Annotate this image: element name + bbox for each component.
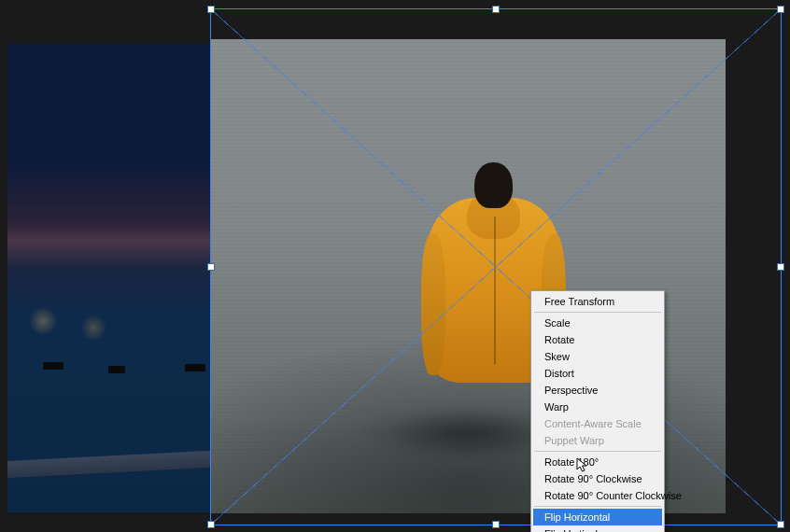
menu-item-flip-vertical[interactable]: Flip Vertical <box>533 525 662 532</box>
menu-item-distort[interactable]: Distort <box>533 365 662 382</box>
menu-item-rotate-90-ccw[interactable]: Rotate 90° Counter Clockwise <box>533 487 662 504</box>
transform-handle-bottom-left[interactable] <box>207 521 215 528</box>
transform-handle-top-middle[interactable] <box>492 6 500 13</box>
menu-separator <box>534 312 661 313</box>
transform-handle-bottom-right[interactable] <box>777 521 784 528</box>
menu-item-content-aware-scale: Content-Aware Scale <box>533 415 662 432</box>
menu-item-puppet-warp: Puppet Warp <box>533 432 662 449</box>
menu-item-scale[interactable]: Scale <box>533 315 662 331</box>
menu-separator <box>534 506 661 507</box>
menu-item-rotate-180[interactable]: Rotate 180° <box>533 454 662 470</box>
transform-handle-top-right[interactable] <box>777 6 784 13</box>
menu-item-flip-horizontal[interactable]: Flip Horizontal <box>533 509 662 525</box>
transform-handle-bottom-middle[interactable] <box>492 521 500 528</box>
arm-left <box>421 234 445 375</box>
menu-item-rotate[interactable]: Rotate <box>533 331 662 348</box>
menu-item-rotate-90-cw[interactable]: Rotate 90° Clockwise <box>533 470 662 487</box>
menu-separator <box>534 451 661 452</box>
menu-item-perspective[interactable]: Perspective <box>533 382 662 399</box>
transform-context-menu[interactable]: Free TransformScaleRotateSkewDistortPers… <box>530 290 665 532</box>
menu-item-warp[interactable]: Warp <box>533 399 662 415</box>
head <box>474 162 512 208</box>
menu-item-skew[interactable]: Skew <box>533 348 662 365</box>
menu-item-free-transform[interactable]: Free Transform <box>533 293 662 310</box>
transform-handle-top-left[interactable] <box>207 6 215 13</box>
transform-handle-middle-right[interactable] <box>777 263 784 271</box>
